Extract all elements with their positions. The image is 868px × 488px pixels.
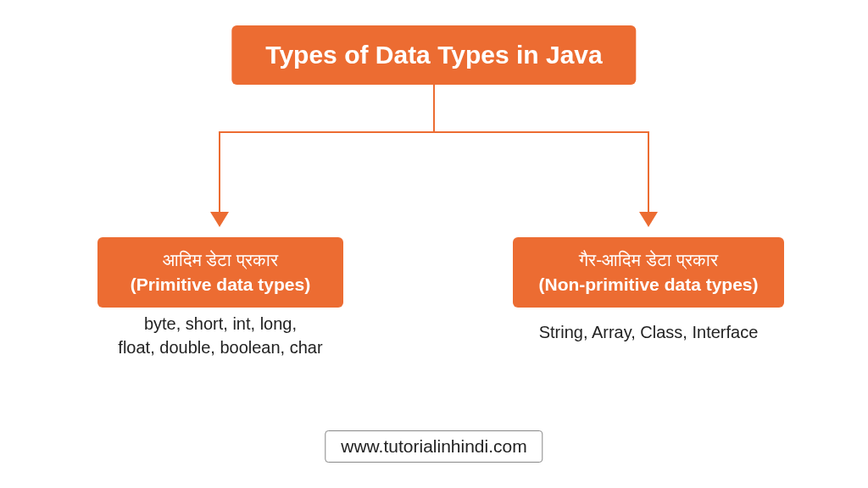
nonprimitive-examples: String, Array, Class, Interface (513, 320, 784, 344)
primitive-hindi-label: आदिम डेटा प्रकार (114, 247, 326, 272)
diagram-title: Types of Data Types in Java (231, 25, 636, 85)
connector-line (219, 131, 649, 133)
primitive-english-label: (Primitive data types) (114, 272, 326, 297)
primitive-examples: byte, short, int, long, float, double, b… (97, 312, 343, 359)
primitive-examples-line1: byte, short, int, long, (97, 312, 343, 336)
connector-line (648, 131, 649, 216)
connector-line (219, 131, 220, 216)
nonprimitive-types-box: गैर-आदिम डेटा प्रकार (Non-primitive data… (513, 237, 784, 308)
primitive-types-box: आदिम डेटा प्रकार (Primitive data types) (97, 237, 343, 308)
arrow-down-icon (210, 212, 229, 227)
connector-line (433, 85, 435, 131)
nonprimitive-hindi-label: गैर-आदिम डेटा प्रकार (530, 247, 767, 272)
website-link: www.tutorialinhindi.com (325, 430, 542, 463)
nonprimitive-examples-text: String, Array, Class, Interface (513, 320, 784, 344)
nonprimitive-english-label: (Non-primitive data types) (530, 272, 767, 297)
primitive-examples-line2: float, double, boolean, char (97, 336, 343, 359)
arrow-down-icon (639, 212, 658, 227)
